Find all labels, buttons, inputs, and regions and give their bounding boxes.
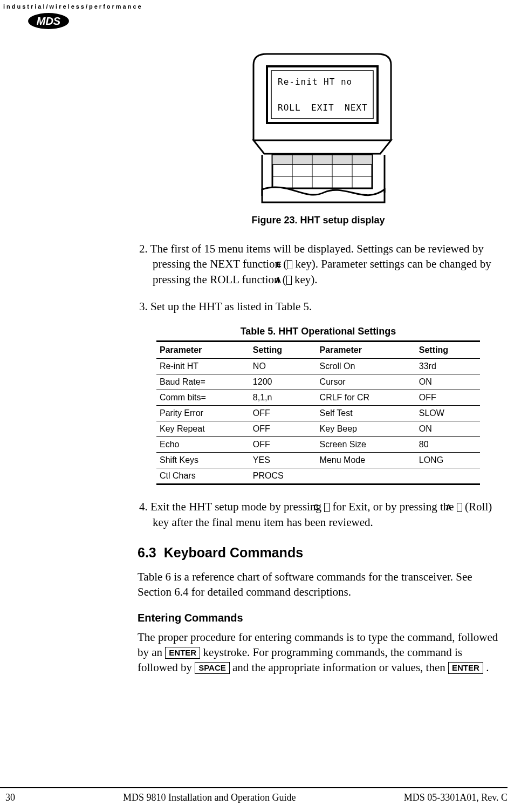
cell: Screen Size xyxy=(317,437,416,453)
screen-line1: Re-init HT no xyxy=(278,77,352,87)
footer-rule xyxy=(0,787,508,788)
col-setting: Setting xyxy=(250,342,317,359)
cell: Key Repeat xyxy=(156,421,250,437)
section-heading: 6.3 Keyboard Commands xyxy=(138,545,499,561)
cell: YES xyxy=(250,453,317,468)
figure-caption: Figure 23. HHT setup display xyxy=(138,215,499,226)
table-header-row: Parameter Setting Parameter Setting xyxy=(156,342,480,359)
page: industrial/wireless/performance MDS Re-i… xyxy=(0,0,528,812)
step-number: 4. xyxy=(139,500,150,513)
cell: Parity Error xyxy=(156,406,250,421)
svg-text:MDS: MDS xyxy=(37,15,61,27)
key-space: SPACE xyxy=(195,662,230,674)
table-row: Re-init HT NO Scroll On 33rd xyxy=(156,359,480,374)
section-number: 6.3 xyxy=(138,545,156,560)
col-setting: Setting xyxy=(416,342,480,359)
section-intro: Table 6 is a reference chart of software… xyxy=(138,569,499,600)
step-text: Exit the HHT setup mode by pressing xyxy=(150,500,324,513)
cell: CRLF for CR xyxy=(317,390,416,406)
cell: ON xyxy=(416,374,480,390)
table-row: Echo OFF Screen Size 80 xyxy=(156,437,480,453)
key-enter: ENTER xyxy=(165,647,200,659)
footer-title: MDS 9810 Installation and Operation Guid… xyxy=(123,792,296,803)
cell: OFF xyxy=(250,406,317,421)
cell xyxy=(416,468,480,485)
svg-text:EXIT: EXIT xyxy=(311,103,334,113)
step-number: 2. xyxy=(139,242,150,255)
cell: 33rd xyxy=(416,359,480,374)
hht-settings-table: Parameter Setting Parameter Setting Re-i… xyxy=(156,340,480,485)
subsection-body: The proper procedure for entering comman… xyxy=(138,630,499,675)
cell: Scroll On xyxy=(317,359,416,374)
cell: Shift Keys xyxy=(156,453,250,468)
cell: Ctl Chars xyxy=(156,468,250,485)
table-row: Shift Keys YES Menu Mode LONG xyxy=(156,453,480,468)
cell: Cursor xyxy=(317,374,416,390)
svg-rect-9 xyxy=(272,155,372,165)
step-text: for Exit, or by pressing the xyxy=(330,500,457,513)
cell: NO xyxy=(250,359,317,374)
cell: Menu Mode xyxy=(317,453,416,468)
cell: Comm bits= xyxy=(156,390,250,406)
table-row: Parity Error OFF Self Test SLOW xyxy=(156,406,480,421)
mds-logo: MDS xyxy=(27,12,70,32)
cell: SLOW xyxy=(416,406,480,421)
col-parameter: Parameter xyxy=(156,342,250,359)
page-footer: 30 MDS 9810 Installation and Operation G… xyxy=(0,792,508,803)
subsection-heading: Entering Commands xyxy=(138,612,499,624)
cell: OFF xyxy=(416,390,480,406)
key-e: E xyxy=(287,260,292,269)
step-text: Set up the HHT as listed in Table 5. xyxy=(150,300,312,313)
svg-text:ROLL: ROLL xyxy=(278,103,301,113)
cell: OFF xyxy=(250,421,317,437)
step-4: 4. Exit the HHT setup mode by pressing C… xyxy=(138,499,499,530)
step-2: 2. The first of 15 menu items will be di… xyxy=(138,241,499,287)
table-row: Comm bits= 8,1,n CRLF for CR OFF xyxy=(156,390,480,406)
content-area: Re-init HT no ROLL EXIT NEXT xyxy=(138,51,499,687)
cell: 8,1,n xyxy=(250,390,317,406)
cell: LONG xyxy=(416,453,480,468)
key-c: C xyxy=(324,503,330,512)
table-row: Ctl Chars PROCS xyxy=(156,468,480,485)
cell: Baud Rate= xyxy=(156,374,250,390)
cell: Self Test xyxy=(317,406,416,421)
cell: PROCS xyxy=(250,468,317,485)
col-parameter: Parameter xyxy=(317,342,416,359)
text: . xyxy=(483,661,489,674)
table-caption: Table 5. HHT Operational Settings xyxy=(138,326,499,337)
cell: 1200 xyxy=(250,374,317,390)
cell: Key Beep xyxy=(317,421,416,437)
section-title: Keyboard Commands xyxy=(164,545,303,560)
step-text: key). xyxy=(292,273,318,286)
cell xyxy=(317,468,416,485)
cell: Echo xyxy=(156,437,250,453)
key-enter: ENTER xyxy=(448,662,483,674)
header-tagline: industrial/wireless/performance xyxy=(3,3,143,10)
cell: OFF xyxy=(250,437,317,453)
svg-text:NEXT: NEXT xyxy=(345,103,368,113)
table-row: Baud Rate= 1200 Cursor ON xyxy=(156,374,480,390)
page-number: 30 xyxy=(5,792,15,803)
key-a: A xyxy=(286,276,292,285)
svg-marker-7 xyxy=(253,140,391,154)
text: and the appropriate information or value… xyxy=(230,661,448,674)
key-a: A xyxy=(457,503,462,512)
cell: ON xyxy=(416,421,480,437)
cell: 80 xyxy=(416,437,480,453)
table-row: Key Repeat OFF Key Beep ON xyxy=(156,421,480,437)
step-number: 3. xyxy=(139,300,150,313)
step-3: 3. Set up the HHT as listed in Table 5. xyxy=(138,299,499,314)
hht-figure: Re-init HT no ROLL EXIT NEXT xyxy=(138,51,499,207)
svg-rect-2 xyxy=(267,66,378,123)
footer-docid: MDS 05-3301A01, Rev. C xyxy=(404,792,508,803)
cell: Re-init HT xyxy=(156,359,250,374)
